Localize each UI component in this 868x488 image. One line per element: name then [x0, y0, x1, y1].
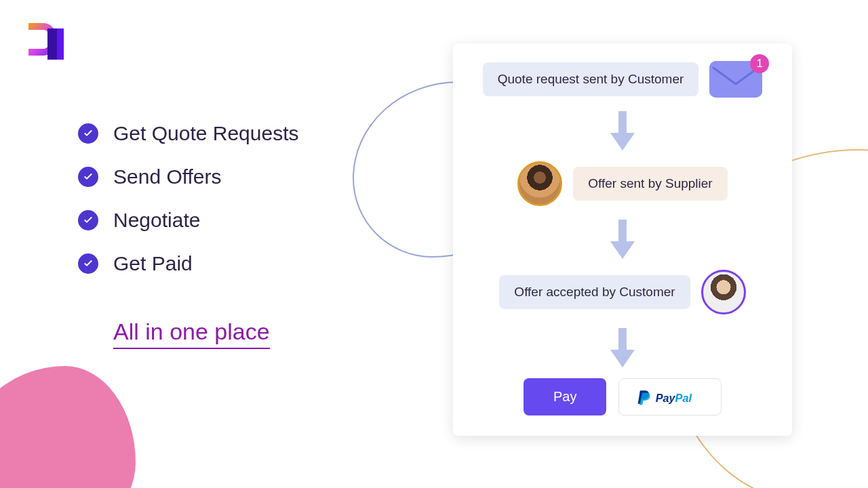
flow-step-3-row: Offer accepted by Customer	[469, 270, 776, 314]
svg-text:PayPal: PayPal	[656, 391, 692, 403]
payment-row: Pay PayPal	[469, 378, 776, 415]
feature-label: Negotiate	[113, 209, 200, 232]
feature-item: Negotiate	[78, 209, 299, 232]
feature-item: Get Paid	[78, 252, 299, 275]
flow-step-2-row: Offer sent by Supplier	[469, 161, 776, 206]
arrow-down-icon	[469, 110, 776, 152]
flow-step-1-label: Quote request sent by Customer	[483, 62, 699, 96]
arrow-down-icon	[469, 327, 776, 369]
paypal-button[interactable]: PayPal	[618, 378, 722, 415]
feature-item: Get Quote Requests	[78, 122, 299, 145]
svg-rect-1	[47, 28, 57, 60]
envelope-icon: 1	[709, 61, 762, 98]
customer-avatar	[701, 270, 746, 314]
supplier-avatar	[517, 161, 562, 206]
tagline: All in one place	[113, 319, 270, 349]
pay-button[interactable]: Pay	[524, 378, 606, 415]
feature-item: Send Offers	[78, 165, 299, 188]
flow-step-3-label: Offer accepted by Customer	[499, 275, 690, 309]
paypal-icon: PayPal	[637, 388, 703, 406]
feature-list: Get Quote Requests Send Offers Negotiate…	[78, 122, 299, 349]
feature-label: Get Paid	[113, 252, 193, 275]
brand-logo	[22, 15, 71, 64]
flow-step-2-label: Offer sent by Supplier	[573, 167, 727, 201]
quote-flow-card: Quote request sent by Customer 1 Offer s…	[453, 43, 792, 436]
flow-step-1-row: Quote request sent by Customer 1	[469, 61, 776, 98]
feature-label: Get Quote Requests	[113, 122, 299, 145]
decorative-blob-pink	[0, 366, 136, 488]
check-icon	[78, 253, 98, 274]
check-icon	[78, 167, 98, 187]
arrow-down-icon	[469, 218, 776, 260]
notification-badge: 1	[750, 54, 769, 73]
feature-label: Send Offers	[113, 165, 222, 188]
check-icon	[78, 123, 98, 144]
check-icon	[78, 210, 98, 230]
